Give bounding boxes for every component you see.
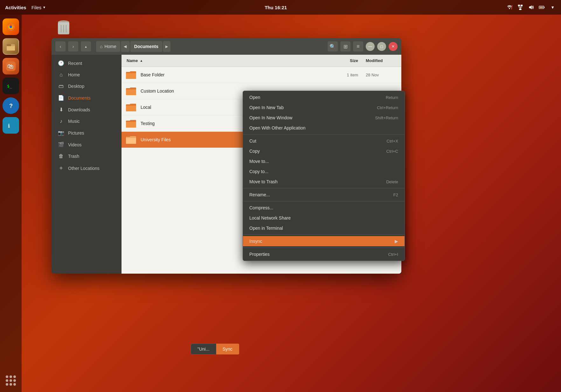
videos-icon: 🎬 — [58, 142, 64, 148]
files-menu[interactable]: Files ▾ — [31, 5, 45, 10]
maximize-button[interactable]: ◻ — [377, 42, 386, 51]
sidebar-item-home[interactable]: ⌂ Home — [53, 69, 120, 80]
sort-arrow-icon: ▲ — [140, 59, 143, 62]
separator-2 — [243, 188, 405, 188]
menu-item-properties[interactable]: Properties Ctrl+I — [243, 249, 405, 259]
app-grid[interactable] — [6, 375, 16, 388]
menu-item-copy-to[interactable]: Copy to... — [243, 166, 405, 177]
topbar: Activities Files ▾ Thu 16:21 — [0, 0, 561, 15]
context-menu: Open Return Open In New Tab Ctrl+Return … — [243, 91, 405, 261]
sidebar: 🕐 Recent ⌂ Home 🗃 Desktop 📄 Documents ⬇ … — [52, 55, 121, 274]
sidebar-item-documents[interactable]: 📄 Documents — [53, 92, 120, 104]
svg-text:🛍: 🛍 — [7, 63, 14, 70]
folder-icon-cell-2 — [121, 86, 141, 96]
trash-window-icon — [55, 19, 72, 37]
separator-4 — [243, 234, 405, 235]
menu-item-cut[interactable]: Cut Ctrl+X — [243, 136, 405, 146]
menu-copy-label: Copy — [249, 149, 374, 154]
home-sidebar-icon: ⌂ — [58, 72, 64, 78]
menu-item-open-new-tab[interactable]: Open In New Tab Ctrl+Return — [243, 102, 405, 113]
network-wired-icon[interactable] — [517, 4, 523, 10]
other-locations-icon: + — [58, 165, 64, 172]
menu-cut-label: Cut — [249, 138, 374, 144]
sidebar-label-videos: Videos — [68, 142, 82, 147]
dock-item-appstore[interactable]: 🛍 — [3, 58, 19, 74]
menu-copy-shortcut: Ctrl+C — [386, 149, 398, 154]
breadcrumb-home[interactable]: ⌂ Home — [96, 41, 120, 52]
file-list-header: Name ▲ Size Modified — [121, 55, 401, 67]
sidebar-item-trash[interactable]: 🗑 Trash — [53, 150, 120, 162]
desktop-icon: 🗃 — [58, 83, 64, 89]
sidebar-item-music[interactable]: ♪ Music — [53, 116, 120, 127]
size-column-label: Size — [350, 58, 358, 63]
system-menu-icon[interactable]: ▾ — [550, 4, 556, 10]
grid-view-button[interactable]: ⊞ — [340, 41, 350, 52]
list-view-button[interactable]: ≡ — [353, 41, 363, 52]
menu-item-move-to-trash[interactable]: Move to Trash Delete — [243, 177, 405, 187]
sidebar-item-desktop[interactable]: 🗃 Desktop — [53, 80, 120, 92]
close-button[interactable]: ✕ — [389, 42, 398, 51]
battery-icon[interactable]: ⚡ — [539, 4, 545, 10]
up-button[interactable]: ▲ — [81, 41, 91, 52]
menu-properties-shortcut: Ctrl+I — [388, 252, 398, 257]
forward-button[interactable]: › — [68, 41, 78, 52]
volume-icon[interactable] — [528, 4, 534, 10]
sidebar-label-desktop: Desktop — [68, 84, 84, 89]
menu-open-shortcut: Return — [386, 95, 398, 100]
menu-item-insync[interactable]: Insync ▶ — [243, 236, 405, 246]
sync-button[interactable]: Sync — [216, 344, 239, 354]
dock-item-help[interactable]: ? — [3, 97, 19, 114]
breadcrumb-expand[interactable]: ▶ — [163, 41, 170, 52]
activities-button[interactable]: Activities — [5, 5, 26, 10]
menu-item-open-with[interactable]: Open With Other Application — [243, 123, 405, 133]
sidebar-item-downloads[interactable]: ⬇ Downloads — [53, 104, 120, 116]
network-icon[interactable] — [506, 4, 513, 10]
menu-copy-to-label: Copy to... — [249, 169, 398, 174]
svg-point-0 — [509, 8, 510, 9]
menu-item-compress[interactable]: Compress... — [243, 203, 405, 213]
svg-text:?: ? — [9, 103, 13, 109]
dock-item-firefox[interactable] — [3, 18, 19, 35]
svg-rect-25 — [6, 121, 16, 130]
separator-3 — [243, 201, 405, 201]
dock-item-wifi[interactable]: ℹ — [3, 117, 19, 134]
menu-item-copy[interactable]: Copy Ctrl+C — [243, 146, 405, 156]
menu-item-open[interactable]: Open Return — [243, 92, 405, 102]
svg-text:ℹ: ℹ — [8, 123, 10, 129]
folder-icon-cell-3 — [121, 102, 141, 112]
folder-icon-cell-4 — [121, 119, 141, 128]
menu-item-open-new-window[interactable]: Open In New Window Shift+Return — [243, 113, 405, 123]
menu-properties-label: Properties — [249, 252, 376, 257]
breadcrumb: ⌂ Home ◀ Documents ▶ — [96, 41, 322, 52]
uni-status-button[interactable]: "Uni... — [191, 344, 216, 354]
dock-item-terminal[interactable]: $_ — [3, 78, 19, 94]
topbar-time: Thu 16:21 — [45, 5, 506, 10]
file-row-base-folder[interactable]: Base Folder 1 item 28 Nov — [121, 67, 401, 83]
back-button[interactable]: ‹ — [55, 41, 66, 52]
dock-item-files[interactable] — [3, 38, 19, 55]
column-modified[interactable]: Modified — [363, 58, 401, 63]
dock: 🛍 $_ ? ℹ — [0, 15, 22, 392]
sidebar-item-videos[interactable]: 🎬 Videos — [53, 139, 120, 150]
minimize-button[interactable]: — — [366, 42, 375, 51]
sidebar-label-documents: Documents — [68, 95, 91, 101]
sidebar-label-music: Music — [68, 119, 80, 124]
sidebar-item-pictures[interactable]: 📷 Pictures — [53, 127, 120, 139]
breadcrumb-current[interactable]: Documents — [130, 41, 162, 52]
menu-open-window-label: Open In New Window — [249, 115, 362, 120]
sidebar-item-recent[interactable]: 🕐 Recent — [53, 57, 120, 69]
svg-rect-4 — [519, 9, 521, 10]
sidebar-item-other[interactable]: + Other Locations — [53, 162, 120, 174]
column-name[interactable]: Name ▲ — [121, 58, 331, 63]
menu-item-move-to[interactable]: Move to... — [243, 156, 405, 166]
search-button[interactable]: 🔍 — [328, 41, 338, 52]
menu-item-rename[interactable]: Rename... F2 — [243, 190, 405, 200]
column-size[interactable]: Size — [331, 58, 363, 63]
sidebar-label-downloads: Downloads — [68, 107, 90, 112]
menu-item-network-share[interactable]: Local Network Share — [243, 213, 405, 223]
menu-item-open-terminal[interactable]: Open in Terminal — [243, 223, 405, 233]
menu-open-with-label: Open With Other Application — [249, 125, 398, 130]
file-size-base-folder: 1 item — [331, 73, 363, 77]
trash-icon: 🗑 — [58, 153, 64, 159]
menu-open-tab-label: Open In New Tab — [249, 105, 364, 110]
